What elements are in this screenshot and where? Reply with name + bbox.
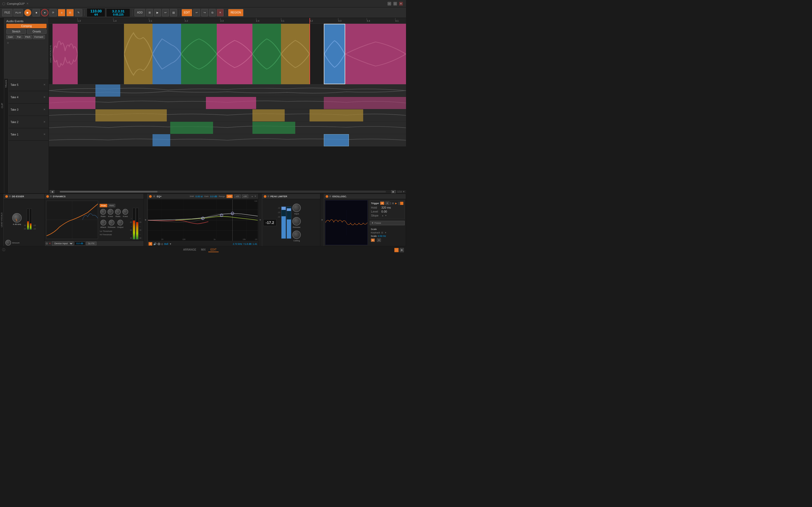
scroll-right-btn[interactable]: ▶ [391,190,396,193]
eq-power-icon[interactable]: ⏻ [158,242,160,245]
play2-btn[interactable]: ▶ [154,9,161,16]
take1-track[interactable] [49,134,406,147]
pan-btn[interactable]: Pan [15,35,23,39]
take4-track[interactable] [49,97,406,109]
take5-close[interactable]: ✕ [43,83,47,87]
trigger-b-btn[interactable]: B [386,202,389,205]
deesser-freq-knob[interactable]: 4.49 kHz [12,213,22,226]
view-single-btn[interactable]: □ [394,248,399,252]
b-channel-btn[interactable]: B [377,238,381,242]
limiter-release[interactable] [292,217,301,226]
deesser-power[interactable] [5,195,8,198]
rms-btn[interactable]: RMS [108,204,115,207]
stop-btn[interactable]: ■ [33,9,40,16]
comp-block-8[interactable] [324,24,345,84]
limiter-ceiling[interactable] [292,230,301,239]
release-knob[interactable]: Release [108,220,115,228]
knee2-knob[interactable]: Knee [122,209,128,218]
deesser-amount-knob-container[interactable]: Amount [5,240,43,245]
tab-edit[interactable]: EDIT [208,248,218,252]
sc-fx-btn[interactable]: Sc FX [86,242,97,245]
keytrack-down-arrow[interactable]: ▼ [384,231,387,234]
osc-power[interactable] [326,195,328,198]
limiter-ceiling-knob[interactable]: Ceiling [292,230,301,242]
tab-mix[interactable]: MIX [199,248,208,252]
record-btn[interactable]: ● [41,9,48,16]
formant-btn[interactable]: Formant [33,35,45,39]
ratio1[interactable] [100,209,106,215]
take5-track[interactable] [49,84,406,97]
play-btn[interactable]: ▶ [24,9,32,16]
comp-block-5[interactable] [217,24,252,84]
edit-mode-btn[interactable]: ✎ [75,9,82,16]
take1-close[interactable]: ✕ [43,133,47,136]
limiter-power[interactable] [264,195,266,198]
file-btn[interactable]: FILE [2,9,12,16]
range-30-btn[interactable]: ±30 [242,194,248,198]
minimize-btn[interactable]: ─ [388,2,391,6]
comp-block-9[interactable] [345,24,406,84]
take3-region1[interactable] [95,109,167,121]
trigger-a-btn[interactable]: A [380,202,384,205]
stretch-btn[interactable]: Stretch [6,29,26,34]
dynamics-power[interactable] [46,195,49,198]
down-arrow[interactable]: ▼ [254,195,257,198]
folder-btn[interactable]: ▤ [170,9,177,16]
limiter-input[interactable] [292,204,301,212]
eq-arrow-down[interactable]: ▼ [169,243,171,245]
redo-btn[interactable]: ↪ [201,9,208,16]
attack[interactable] [100,220,106,226]
deesser-knob[interactable] [12,213,22,223]
scrollbar-track[interactable] [60,191,386,192]
scroll-left-btn[interactable]: ◀ [50,190,54,193]
knee1[interactable] [108,209,113,215]
comp-btn[interactable]: ⊞ [66,9,74,16]
limiter-release-knob[interactable]: Release [292,217,301,228]
loop-btn[interactable]: ⟳ [49,9,57,16]
take3-region2[interactable] [252,109,285,121]
edit-btn[interactable]: EDIT [182,9,192,16]
comp-block-2[interactable] [124,24,153,84]
close-btn[interactable]: ✕ [399,2,403,6]
region-btn[interactable]: REGION [228,9,243,16]
eq-band-btn[interactable]: 3 [149,242,152,245]
main-comp-track[interactable]: LEAD VOCALS #1 [49,24,406,84]
pitch-btn[interactable]: Pitch [23,35,32,39]
ratio2[interactable] [115,209,121,215]
comp-block-7[interactable] [281,24,309,84]
meter-btn[interactable]: ⊞ [146,9,153,16]
ratio2-knob[interactable]: Ratio [115,209,121,218]
comp-block-1[interactable] [53,24,78,84]
comp-block-6[interactable] [252,24,281,84]
add-comp-btn[interactable]: + [6,40,9,45]
gain-btn[interactable]: Gain [6,35,14,39]
peak-btn[interactable]: Peak [100,204,107,207]
play-icon[interactable]: ▶ [395,202,397,205]
play-label-btn[interactable]: PLAY [13,9,23,16]
take4-region2[interactable] [206,97,256,109]
view-dual-btn[interactable]: ⊞ [400,248,404,252]
ratio1-knob[interactable]: Ratio [100,209,106,218]
a-channel-btn[interactable]: A [371,238,375,242]
comp-block-3[interactable] [153,24,181,84]
take2-close[interactable]: ✕ [43,120,47,124]
limiter-input-knob[interactable]: Input [292,204,301,215]
undo-btn[interactable]: ↩ [193,9,200,16]
attack-knob[interactable]: Attack [100,220,106,228]
device-input-select[interactable]: Device Input [52,241,73,245]
output[interactable] [117,220,123,226]
add-track-btn[interactable]: + [58,9,65,16]
output-knob[interactable]: Output [117,220,123,228]
knee2[interactable] [122,209,128,215]
take2-region1[interactable] [170,122,213,134]
comp-block-4[interactable] [181,24,217,84]
maximize-btn[interactable]: □ [393,2,397,6]
comping-btn[interactable]: Comping [6,24,47,28]
take3-close[interactable]: ✕ [43,108,47,111]
deesser-amount-knob[interactable] [5,240,11,245]
take2-track[interactable] [49,122,406,134]
copy-btn[interactable]: ⧉ [209,9,216,16]
slope-up[interactable]: ▲ [382,214,384,217]
eq-power[interactable] [149,195,152,198]
add-btn[interactable]: ADD [135,9,145,16]
